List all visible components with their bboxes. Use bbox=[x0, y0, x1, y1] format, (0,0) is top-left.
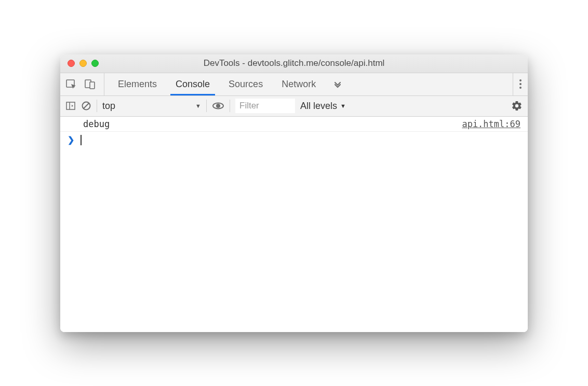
minimize-window-button[interactable] bbox=[79, 60, 87, 67]
panel-tabs: Elements Console Sources Network bbox=[104, 73, 325, 95]
more-options-icon[interactable] bbox=[519, 79, 522, 89]
window-title: DevTools - devtools.glitch.me/console/ap… bbox=[68, 58, 520, 68]
console-log-row: debug api.html:69 bbox=[60, 117, 528, 132]
dropdown-triangle-icon: ▼ bbox=[340, 103, 346, 109]
log-source-link[interactable]: api.html:69 bbox=[462, 119, 520, 129]
clear-console-icon[interactable] bbox=[81, 101, 91, 111]
svg-rect-3 bbox=[66, 102, 75, 109]
console-filter-bar: top ▼ All levels ▼ bbox=[60, 96, 528, 117]
toolbar-right bbox=[513, 73, 528, 95]
maximize-window-button[interactable] bbox=[91, 60, 99, 67]
console-settings-icon[interactable] bbox=[511, 100, 523, 112]
live-expression-icon[interactable] bbox=[212, 100, 224, 112]
svg-point-6 bbox=[216, 104, 220, 108]
toolbar-left-icons bbox=[65, 73, 104, 95]
traffic-lights bbox=[68, 60, 99, 67]
window-titlebar: DevTools - devtools.glitch.me/console/ap… bbox=[60, 54, 528, 73]
dropdown-triangle-icon: ▼ bbox=[195, 103, 201, 109]
filter-input[interactable] bbox=[235, 99, 295, 113]
svg-rect-2 bbox=[90, 82, 95, 89]
separator bbox=[97, 100, 97, 112]
tab-console[interactable]: Console bbox=[166, 73, 219, 95]
prompt-chevron-icon: ❯ bbox=[68, 135, 74, 145]
tab-elements[interactable]: Elements bbox=[109, 73, 166, 95]
console-prompt[interactable]: ❯ bbox=[60, 132, 528, 148]
main-toolbar: Elements Console Sources Network bbox=[60, 73, 528, 96]
text-cursor bbox=[81, 135, 82, 145]
console-output: debug api.html:69 ❯ bbox=[60, 117, 528, 332]
devtools-window: DevTools - devtools.glitch.me/console/ap… bbox=[60, 54, 528, 332]
levels-label: All levels bbox=[300, 101, 337, 112]
context-label: top bbox=[102, 101, 115, 112]
tab-sources[interactable]: Sources bbox=[219, 73, 272, 95]
separator bbox=[230, 100, 230, 112]
context-selector[interactable]: top ▼ bbox=[102, 101, 201, 112]
log-levels-selector[interactable]: All levels ▼ bbox=[300, 101, 346, 112]
toggle-sidebar-icon[interactable] bbox=[65, 101, 76, 111]
tab-network[interactable]: Network bbox=[272, 73, 325, 95]
inspect-element-icon[interactable] bbox=[65, 78, 77, 90]
device-mode-icon[interactable] bbox=[84, 78, 96, 90]
close-window-button[interactable] bbox=[68, 60, 75, 67]
log-message: debug bbox=[83, 119, 462, 129]
more-tabs-button[interactable] bbox=[325, 73, 350, 95]
separator bbox=[206, 100, 207, 112]
